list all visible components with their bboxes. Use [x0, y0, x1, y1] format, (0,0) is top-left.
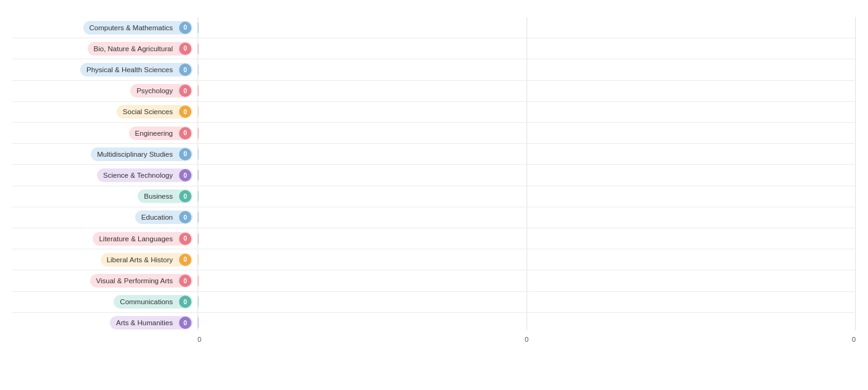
label-pill: Multidisciplinary Studies0 [91, 147, 193, 161]
label-pill: Visual & Performing Arts0 [90, 274, 193, 288]
bar-row: Psychology0 [12, 81, 856, 102]
label-pill: Engineering0 [129, 127, 193, 140]
bar-area [198, 292, 856, 312]
pill-label: Liberal Arts & History [101, 256, 179, 263]
bar-area [198, 186, 856, 207]
label-pill: Liberal Arts & History0 [101, 253, 193, 267]
label-pill: Psychology0 [130, 84, 193, 98]
pill-label: Business [138, 193, 179, 200]
bar [198, 212, 199, 223]
bar [198, 296, 199, 307]
bar-row: Liberal Arts & History0 [12, 249, 856, 270]
pill-value-circle: 0 [179, 296, 191, 308]
bar-area [198, 165, 856, 185]
bar-area [198, 228, 856, 249]
pill-label: Communications [114, 298, 179, 305]
bar [198, 64, 199, 75]
bar-row: Education0 [12, 207, 856, 228]
bar-area [198, 207, 856, 228]
label-area: Visual & Performing Arts0 [12, 274, 198, 288]
bar [198, 149, 199, 160]
label-area: Bio, Nature & Agricultural0 [12, 42, 198, 56]
bar [198, 233, 199, 244]
bar-row: Multidisciplinary Studies0 [12, 144, 856, 165]
pill-value-circle: 0 [179, 127, 191, 139]
label-pill: Social Sciences0 [117, 105, 193, 118]
bar [198, 22, 199, 33]
bar-area [198, 59, 856, 80]
pill-label: Literature & Languages [93, 235, 179, 243]
pill-value-circle: 0 [179, 275, 191, 287]
pill-value-circle: 0 [179, 317, 191, 329]
bar-row: Physical & Health Sciences0 [12, 59, 856, 80]
label-area: Engineering0 [12, 127, 198, 140]
pill-value-circle: 0 [179, 64, 191, 76]
label-area: Communications0 [12, 295, 198, 309]
bar-row: Visual & Performing Arts0 [12, 270, 856, 291]
bar-area [198, 123, 856, 143]
x-axis-label: 0 [852, 336, 856, 343]
x-axis: 000 [198, 333, 856, 346]
bar-area [198, 38, 856, 59]
bar-area [198, 270, 856, 291]
bar-row: Bio, Nature & Agricultural0 [12, 38, 856, 59]
pill-label: Science & Technology [97, 172, 179, 179]
bar-area [198, 249, 856, 270]
pill-label: Social Sciences [117, 108, 179, 115]
pill-label: Physical & Health Sciences [80, 66, 179, 73]
pill-value-circle: 0 [179, 85, 191, 97]
pill-value-circle: 0 [179, 190, 191, 202]
label-pill: Arts & Humanities0 [110, 316, 193, 330]
bar-area [198, 102, 856, 122]
label-pill: Computers & Mathematics0 [83, 21, 193, 35]
pill-label: Engineering [129, 130, 179, 137]
label-pill: Communications0 [114, 295, 193, 309]
pill-label: Visual & Performing Arts [90, 277, 179, 284]
label-area: Social Sciences0 [12, 105, 198, 118]
pill-label: Education [135, 214, 179, 221]
label-pill: Literature & Languages0 [93, 232, 193, 246]
rows-container: Computers & Mathematics0Bio, Nature & Ag… [12, 17, 856, 333]
bar [198, 275, 199, 286]
pill-value-circle: 0 [179, 211, 191, 223]
bar-area [198, 313, 856, 333]
label-area: Multidisciplinary Studies0 [12, 147, 198, 161]
label-area: Literature & Languages0 [12, 232, 198, 246]
label-area: Business0 [12, 189, 198, 203]
bar [198, 170, 199, 181]
bar [198, 317, 199, 328]
label-area: Education0 [12, 210, 198, 224]
pill-value-circle: 0 [179, 106, 191, 118]
pill-label: Psychology [130, 87, 179, 94]
bar-row: Science & Technology0 [12, 165, 856, 186]
pill-value-circle: 0 [179, 169, 191, 181]
label-pill: Science & Technology0 [97, 168, 193, 182]
label-area: Psychology0 [12, 84, 198, 98]
bar [198, 106, 199, 117]
pill-label: Bio, Nature & Agricultural [88, 45, 179, 52]
pill-value-circle: 0 [179, 148, 191, 160]
chart-container: Computers & Mathematics0Bio, Nature & Ag… [0, 0, 868, 390]
bar-area [198, 81, 856, 101]
bar-row: Arts & Humanities0 [12, 313, 856, 333]
x-axis-label: 0 [198, 336, 201, 343]
pill-value-circle: 0 [179, 233, 191, 245]
bar-area [198, 17, 856, 38]
bar [198, 191, 199, 202]
pill-label: Arts & Humanities [110, 319, 179, 326]
label-area: Science & Technology0 [12, 168, 198, 182]
bar [198, 85, 199, 96]
label-area: Arts & Humanities0 [12, 316, 198, 330]
x-axis-label: 0 [525, 336, 528, 343]
label-pill: Education0 [135, 210, 193, 224]
label-area: Computers & Mathematics0 [12, 21, 198, 35]
bar [198, 43, 199, 54]
pill-label: Multidisciplinary Studies [91, 151, 179, 158]
pill-value-circle: 0 [179, 254, 191, 266]
label-area: Liberal Arts & History0 [12, 253, 198, 267]
chart-area: Computers & Mathematics0Bio, Nature & Ag… [12, 17, 856, 346]
pill-value-circle: 0 [179, 43, 191, 55]
bar-row: Literature & Languages0 [12, 228, 856, 249]
bar-area [198, 144, 856, 164]
label-pill: Business0 [138, 189, 193, 203]
